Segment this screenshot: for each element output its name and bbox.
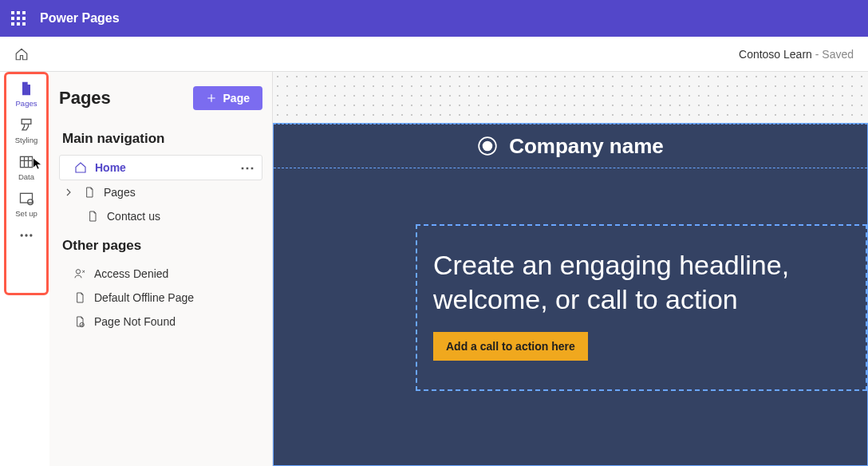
svg-rect-1	[21, 193, 33, 203]
rail-item-data[interactable]: Data	[18, 154, 34, 181]
tree-item-pages[interactable]: Pages	[59, 180, 262, 204]
more-icon	[18, 227, 34, 243]
plus-icon	[206, 93, 217, 104]
company-logo-icon	[477, 136, 498, 156]
canvas[interactable]: Company name Create an engaging headline…	[273, 72, 868, 466]
page-icon	[86, 210, 99, 223]
cta-button[interactable]: Add a call to action here	[433, 332, 588, 361]
section-other: Other pages	[62, 238, 259, 254]
add-page-button[interactable]: Page	[193, 86, 262, 110]
svg-point-6	[76, 270, 80, 274]
more-icon[interactable]: ⋯	[240, 159, 255, 176]
rail-highlight-box: Pages Styling Data Set up	[4, 72, 49, 295]
tree-label: Page Not Found	[94, 315, 176, 328]
tree-item-offline[interactable]: Default Offline Page	[59, 286, 262, 310]
home-icon	[74, 161, 87, 174]
page-icon	[83, 186, 96, 199]
site-name: Contoso Learn	[739, 48, 812, 61]
hero-headline[interactable]: Create an engaging headline, welcome, or…	[433, 248, 850, 316]
page-error-icon	[73, 315, 86, 328]
section-main-nav: Main navigation	[62, 131, 259, 147]
svg-point-3	[21, 234, 23, 236]
sub-bar: Contoso Learn - Saved	[0, 37, 868, 72]
panel-header: Pages Page	[59, 86, 262, 110]
setup-icon	[18, 191, 34, 207]
tree-label: Default Offline Page	[94, 291, 194, 304]
rail-item-pages[interactable]: Pages	[16, 81, 37, 108]
restricted-icon	[73, 267, 86, 280]
tree-label: Access Denied	[94, 267, 168, 280]
rail-label: Set up	[15, 209, 37, 218]
rail-label: Styling	[15, 136, 38, 144]
tree-label: Pages	[104, 186, 136, 199]
panel-title: Pages	[59, 88, 111, 109]
table-icon	[18, 154, 34, 170]
app-launcher-icon[interactable]	[11, 11, 26, 26]
saved-label: - Saved	[812, 48, 854, 61]
page-preview[interactable]: Company name Create an engaging headline…	[273, 123, 868, 466]
rail-item-styling[interactable]: Styling	[15, 117, 38, 144]
tree-item-access-denied[interactable]: Access Denied	[59, 262, 262, 286]
rail-item-more[interactable]	[18, 227, 34, 243]
page-icon	[73, 291, 86, 304]
home-icon[interactable]	[14, 47, 29, 61]
brand-title: Power Pages	[40, 11, 120, 26]
brush-icon	[18, 117, 34, 133]
add-page-label: Page	[223, 92, 250, 105]
rail-label: Data	[18, 172, 34, 181]
tree-label: Home	[95, 161, 126, 174]
company-name[interactable]: Company name	[509, 134, 664, 159]
hero-section[interactable]: Create an engaging headline, welcome, or…	[416, 224, 867, 391]
company-header[interactable]: Company name	[274, 124, 867, 168]
tree-item-home[interactable]: Home ⋯	[59, 155, 262, 180]
tree-label: Contact us	[107, 210, 160, 223]
site-status: Contoso Learn - Saved	[739, 48, 854, 61]
tree-item-not-found[interactable]: Page Not Found	[59, 310, 262, 334]
top-bar: Power Pages	[0, 0, 868, 37]
left-rail: Pages Styling Data Set up	[6, 76, 46, 243]
tree-item-contact[interactable]: Contact us	[59, 204, 262, 228]
svg-rect-0	[20, 156, 32, 167]
svg-point-5	[30, 234, 32, 236]
chevron-right-icon	[62, 186, 75, 199]
rail-label: Pages	[16, 99, 37, 108]
svg-point-9	[483, 142, 492, 151]
rail-item-setup[interactable]: Set up	[15, 191, 37, 218]
svg-point-4	[25, 234, 27, 236]
pages-panel: Pages Page Main navigation Home ⋯ Pages …	[49, 72, 273, 466]
page-icon	[18, 81, 34, 97]
workspace: Pages Styling Data Set up	[0, 72, 868, 466]
